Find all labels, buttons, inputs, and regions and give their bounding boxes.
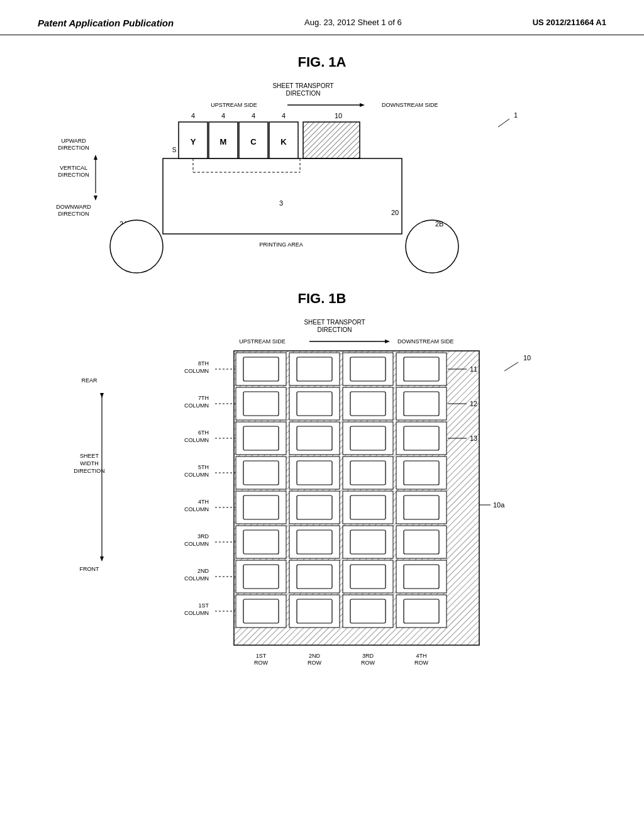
svg-text:4: 4 (282, 112, 286, 119)
fig1a-diagram: SHEET TRANSPORT DIRECTION UPSTREAM SIDE … (39, 77, 605, 278)
svg-rect-84 (350, 461, 386, 485)
svg-rect-112 (243, 599, 279, 623)
svg-text:DIRECTION: DIRECTION (74, 468, 105, 474)
svg-rect-58 (297, 357, 332, 381)
header-date-sheet: Aug. 23, 2012 Sheet 1 of 6 (304, 18, 402, 27)
svg-text:DOWNSTREAM SIDE: DOWNSTREAM SIDE (397, 338, 454, 345)
svg-text:11: 11 (470, 365, 477, 373)
svg-rect-88 (243, 495, 279, 519)
svg-text:ROW: ROW (308, 660, 322, 666)
svg-text:UPSTREAM SIDE: UPSTREAM SIDE (239, 338, 286, 345)
svg-rect-70 (404, 392, 439, 416)
svg-text:3RD: 3RD (197, 533, 209, 540)
svg-text:ROW: ROW (361, 660, 375, 666)
svg-point-19 (110, 220, 163, 273)
svg-text:S: S (172, 147, 177, 153)
header-publication-label: Patent Application Publication (38, 18, 174, 28)
svg-rect-82 (297, 461, 332, 485)
svg-marker-50 (385, 340, 390, 343)
svg-text:COLUMN: COLUMN (184, 541, 209, 547)
svg-rect-66 (297, 392, 332, 416)
svg-text:DIRECTION: DIRECTION (286, 90, 321, 97)
svg-rect-62 (404, 357, 439, 381)
svg-rect-56 (243, 357, 279, 381)
svg-text:UPSTREAM SIDE: UPSTREAM SIDE (211, 102, 257, 108)
page-header: Patent Application Publication Aug. 23, … (0, 0, 644, 35)
header-patent-number: US 2012/211664 A1 (533, 18, 606, 27)
svg-rect-100 (350, 530, 386, 554)
svg-text:5TH: 5TH (198, 464, 209, 470)
svg-text:UPWARD: UPWARD (61, 138, 86, 144)
svg-text:K: K (280, 137, 287, 147)
svg-marker-162 (100, 556, 104, 562)
svg-text:3: 3 (279, 199, 283, 207)
svg-text:10a: 10a (493, 501, 505, 509)
svg-marker-5 (360, 103, 365, 107)
svg-text:COLUMN: COLUMN (184, 368, 209, 374)
svg-text:DOWNWARD: DOWNWARD (56, 204, 91, 210)
svg-text:M: M (220, 137, 227, 147)
svg-rect-80 (243, 461, 279, 485)
svg-text:VERTICAL: VERTICAL (60, 165, 87, 171)
svg-line-8 (498, 119, 509, 127)
svg-text:4: 4 (221, 112, 225, 119)
svg-text:1ST: 1ST (256, 653, 267, 659)
svg-text:SHEET: SHEET (80, 453, 99, 459)
svg-text:1: 1 (514, 111, 518, 119)
svg-rect-74 (297, 426, 332, 450)
svg-text:7TH: 7TH (198, 395, 209, 401)
svg-rect-108 (350, 565, 386, 589)
svg-text:6TH: 6TH (198, 429, 209, 436)
svg-text:10: 10 (523, 354, 531, 362)
svg-text:SHEET TRANSPORT: SHEET TRANSPORT (304, 319, 365, 326)
svg-marker-11 (94, 155, 97, 160)
svg-text:2B: 2B (435, 220, 443, 228)
svg-rect-94 (404, 495, 439, 519)
svg-text:DIRECTION: DIRECTION (58, 211, 89, 217)
svg-text:4: 4 (191, 112, 195, 119)
svg-point-22 (406, 220, 458, 273)
svg-text:COLUMN: COLUMN (184, 610, 209, 616)
svg-text:20: 20 (391, 209, 399, 216)
svg-text:REAR: REAR (81, 377, 97, 384)
svg-text:Y: Y (191, 137, 196, 147)
svg-rect-90 (297, 495, 332, 519)
svg-text:PRINTING AREA: PRINTING AREA (259, 241, 303, 248)
page-content: FIG. 1A SHEET TRANSPORT DIRECTION UPSTRE… (0, 35, 644, 709)
svg-rect-20 (163, 158, 402, 234)
svg-rect-114 (297, 599, 332, 623)
svg-rect-118 (404, 599, 439, 623)
svg-rect-68 (350, 392, 386, 416)
svg-text:COLUMN: COLUMN (184, 437, 209, 443)
svg-rect-64 (243, 392, 279, 416)
svg-text:ROW: ROW (414, 660, 429, 666)
svg-text:COLUMN: COLUMN (184, 506, 209, 512)
svg-text:2ND: 2ND (309, 653, 321, 659)
svg-text:COLUMN: COLUMN (184, 472, 209, 478)
svg-rect-92 (350, 495, 386, 519)
svg-text:C: C (250, 137, 257, 147)
svg-text:4: 4 (252, 112, 255, 119)
svg-rect-96 (243, 530, 279, 554)
svg-rect-40 (303, 122, 360, 158)
svg-text:SHEET TRANSPORT: SHEET TRANSPORT (272, 82, 333, 89)
svg-rect-102 (404, 530, 439, 554)
fig1b-diagram: SHEET TRANSPORT DIRECTION UPSTREAM SIDE … (39, 313, 605, 690)
svg-rect-110 (404, 565, 439, 589)
svg-rect-104 (243, 565, 279, 589)
svg-text:DIRECTION: DIRECTION (318, 326, 352, 333)
svg-rect-76 (350, 426, 386, 450)
svg-rect-78 (404, 426, 439, 450)
svg-text:3RD: 3RD (362, 653, 374, 659)
svg-text:COLUMN: COLUMN (184, 402, 209, 409)
svg-text:8TH: 8TH (198, 360, 209, 367)
svg-marker-15 (94, 196, 97, 201)
svg-rect-116 (350, 599, 386, 623)
svg-text:DOWNSTREAM SIDE: DOWNSTREAM SIDE (382, 102, 438, 108)
svg-text:13: 13 (470, 434, 477, 442)
svg-text:4TH: 4TH (198, 499, 209, 505)
svg-text:1ST: 1ST (198, 602, 209, 609)
svg-text:DIRECTION: DIRECTION (58, 145, 89, 151)
svg-text:WIDTH: WIDTH (80, 460, 99, 467)
svg-text:4TH: 4TH (416, 653, 426, 659)
